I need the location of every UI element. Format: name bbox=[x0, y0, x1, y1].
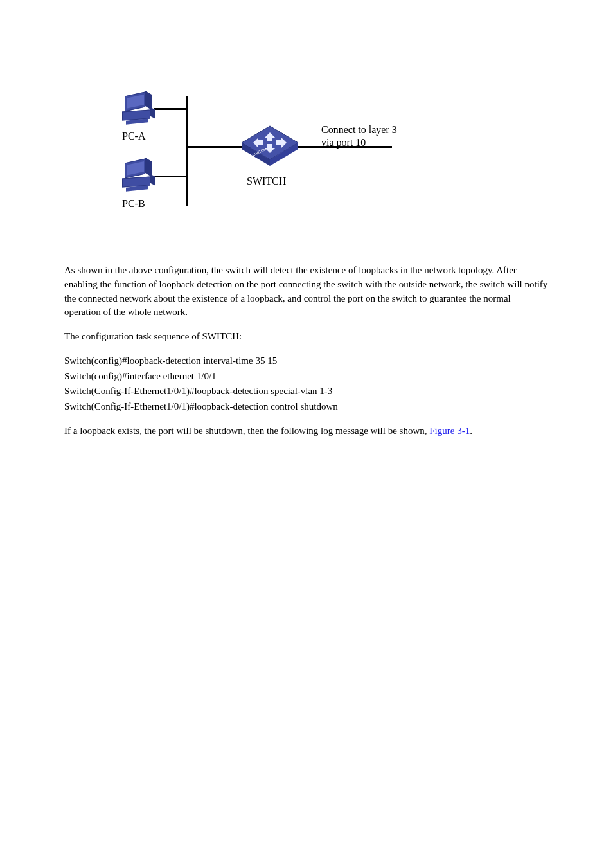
topology-diagram: PC-A PC-B SWITCH Connect to layer 3 via … bbox=[90, 71, 450, 238]
uplink-label-2: via port 10 bbox=[321, 135, 366, 150]
p1-text: As shown in the above configuration, the… bbox=[64, 265, 547, 317]
cli-line-2: Switch(config)#interface ethernet 1/0/1 bbox=[64, 370, 549, 384]
pc-a-icon bbox=[122, 94, 152, 122]
pc-b-label: PC-B bbox=[122, 196, 145, 211]
bus-line bbox=[186, 96, 188, 206]
pc-b-icon bbox=[122, 161, 152, 189]
cli-line-4: Switch(Config-If-Ethernet1/0/1)#loopback… bbox=[64, 400, 549, 414]
p3-lead: If a loopback exists, the port will be s… bbox=[64, 426, 429, 436]
cli-line-1: Switch(config)#loopback-detection interv… bbox=[64, 354, 549, 368]
paragraph-result: If a loopback exists, the port will be s… bbox=[64, 424, 549, 439]
pc-a-label: PC-A bbox=[122, 129, 145, 143]
pcb-link bbox=[154, 176, 186, 177]
switch-icon: SWITCH bbox=[238, 123, 302, 168]
paragraph-intro: As shown in the above configuration, the… bbox=[64, 264, 549, 320]
cli-line-3: Switch(Config-If-Ethernet1/0/1)#loopback… bbox=[64, 384, 549, 399]
svg-marker-0 bbox=[242, 126, 298, 159]
switch-label: SWITCH bbox=[247, 174, 286, 188]
paragraph-config-lead: The configuration task sequence of SWITC… bbox=[64, 330, 549, 344]
figure-ref-link[interactable]: Figure 3-1 bbox=[429, 426, 470, 436]
pca-link bbox=[154, 108, 186, 110]
